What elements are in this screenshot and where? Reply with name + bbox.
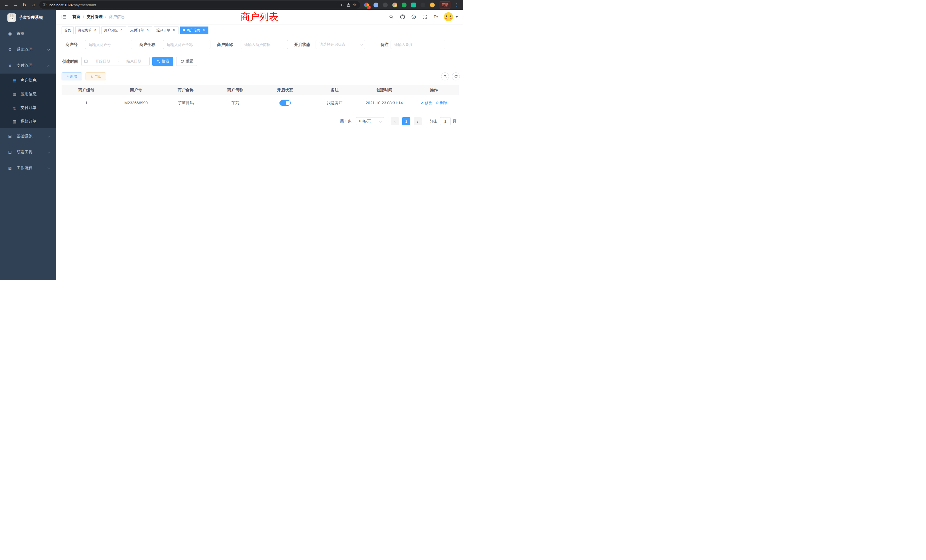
extension-icon[interactable] xyxy=(374,3,378,8)
browser-reload-icon[interactable]: ↻ xyxy=(21,2,28,8)
sidebar-item-payment[interactable]: ¥ 支付管理 xyxy=(0,58,56,74)
date-end-placeholder: 结束日期 xyxy=(121,59,147,64)
pager-page-1[interactable]: 1 xyxy=(402,117,410,125)
extension-icon[interactable] xyxy=(421,3,425,8)
sidebar-item-infrastructure[interactable]: ⊞ 基础设施 xyxy=(0,128,56,144)
table-row: 1 M233666999 芋道源码 芋艿 我是备注 2021-10-23 08:… xyxy=(62,95,459,111)
avatar-cheek xyxy=(450,18,452,19)
breadcrumb: 首页 / 支付管理 / 商户信息 xyxy=(73,14,125,20)
help-icon[interactable]: ? xyxy=(410,14,417,20)
tab-merchant-info[interactable]: 商户信息× xyxy=(180,27,209,34)
toggle-search-button[interactable] xyxy=(441,73,449,80)
avatar-eye xyxy=(446,15,447,17)
sidebar-item-merchant-info[interactable]: ▤ 商户信息 xyxy=(0,74,56,87)
sidebar-item-home[interactable]: ◉ 首页 xyxy=(0,26,56,42)
refresh-icon xyxy=(180,60,184,63)
merchant-no-input[interactable] xyxy=(85,40,132,49)
browser-chrome: ← → ↻ ⌂ ⓘ localhost:1024/pay/merchant ☆ … xyxy=(0,0,463,10)
font-size-icon[interactable]: TT xyxy=(433,14,439,20)
close-icon[interactable]: × xyxy=(120,28,123,32)
devtools-icon: ⊡ xyxy=(7,150,13,155)
sidebar-item-refund-order[interactable]: ▥ 退款订单 xyxy=(0,115,56,128)
browser-update-button[interactable]: 更新 xyxy=(439,2,451,9)
browser-menu-icon[interactable]: ⋮ xyxy=(454,2,460,8)
close-icon[interactable]: × xyxy=(172,28,176,32)
url-text: localhost:1024/pay/merchant xyxy=(49,3,337,7)
remark-label: 备注 xyxy=(378,40,389,49)
refresh-table-button[interactable] xyxy=(452,73,460,80)
chevron-down-icon xyxy=(47,135,50,138)
create-time-range-picker[interactable]: 开始日期 - 结束日期 xyxy=(81,57,150,66)
close-icon[interactable]: × xyxy=(146,28,150,32)
url-host: localhost:1024 xyxy=(49,3,73,7)
pagination-total: 共 1 条 xyxy=(340,117,351,125)
tags-view: 首页 流程表单× 用户分组× 支付订单× 退款订单× 商户信息× xyxy=(56,24,463,35)
hamburger-icon[interactable] xyxy=(61,14,67,20)
sidebar-item-workflow[interactable]: ⊠ 工作流程 xyxy=(0,160,56,176)
sidebar-item-pay-order[interactable]: ◎ 支付订单 xyxy=(0,101,56,115)
fullscreen-icon[interactable] xyxy=(422,14,428,20)
sidebar-item-app-info[interactable]: ▦ 应用信息 xyxy=(0,87,56,101)
pager-prev-button[interactable]: ‹ xyxy=(391,117,399,125)
extension-icon[interactable] xyxy=(430,3,435,8)
close-icon[interactable]: × xyxy=(93,28,97,32)
browser-back-icon[interactable]: ← xyxy=(3,2,10,8)
tab-refund-order[interactable]: 退款订单× xyxy=(154,27,179,34)
table-header: 操作 xyxy=(409,85,459,95)
extension-icon[interactable] xyxy=(411,3,416,8)
sidebar-item-devtools[interactable]: ⊡ 研发工具 xyxy=(0,144,56,160)
sidebar-item-label: 商户信息 xyxy=(21,78,36,83)
download-icon xyxy=(90,75,94,78)
sidebar: 芋道管理系统 ◉ 首页 ⚙ 系统管理 ¥ 支付管理 ▤ 商户信息 ▦ 应用信息 xyxy=(0,10,56,280)
github-icon[interactable] xyxy=(399,14,406,20)
table-header: 商户全称 xyxy=(161,85,210,95)
pager-next-button[interactable]: › xyxy=(414,117,422,125)
extension-icon[interactable] xyxy=(392,3,397,8)
tab-home[interactable]: 首页 xyxy=(62,27,74,34)
browser-forward-icon[interactable]: → xyxy=(12,2,19,8)
status-select[interactable]: 请选择开启状态 xyxy=(316,40,365,49)
add-button[interactable]: + 新增 xyxy=(62,73,82,80)
bookmark-star-icon[interactable]: ☆ xyxy=(353,2,357,8)
password-key-icon[interactable] xyxy=(340,3,344,7)
page-size-select[interactable]: 10条/页 xyxy=(356,117,384,125)
extension-icon[interactable] xyxy=(402,3,407,8)
extension-icon[interactable]: 10 xyxy=(364,3,369,8)
order-icon: ◎ xyxy=(11,106,18,110)
tab-user-group[interactable]: 用户分组× xyxy=(101,27,126,34)
merchant-short-label: 商户简称 xyxy=(215,40,233,49)
svg-text:T: T xyxy=(434,15,436,19)
sidebar-item-label: 应用信息 xyxy=(21,92,36,97)
remark-input[interactable] xyxy=(390,40,445,49)
browser-home-icon[interactable]: ⌂ xyxy=(30,2,37,8)
dashboard-icon: ◉ xyxy=(7,31,13,36)
close-icon[interactable]: × xyxy=(202,28,206,32)
search-button[interactable]: 搜索 xyxy=(152,57,173,66)
reset-button[interactable]: 重置 xyxy=(176,57,197,66)
share-icon[interactable] xyxy=(346,3,351,7)
sidebar-item-system[interactable]: ⚙ 系统管理 xyxy=(0,42,56,58)
merchant-short-input[interactable] xyxy=(241,40,288,49)
breadcrumb-home[interactable]: 首页 xyxy=(73,14,80,20)
pager-goto-input[interactable] xyxy=(440,117,451,125)
status-toggle[interactable] xyxy=(279,100,291,106)
toggle-knob xyxy=(286,101,290,105)
info-icon[interactable]: ⓘ xyxy=(43,2,47,8)
delete-link[interactable]: 删除 xyxy=(436,100,447,106)
avatar-caret-icon[interactable] xyxy=(455,16,458,18)
main-content: 商户号 商户全称 商户简称 开启状态 请选择开启状态 备注 创建时间 开始日期 … xyxy=(56,35,463,280)
breadcrumb-section[interactable]: 支付管理 xyxy=(87,14,103,20)
tab-flow-form[interactable]: 流程表单× xyxy=(75,27,100,34)
app-logo[interactable]: 芋道管理系统 xyxy=(0,10,56,26)
search-icon[interactable] xyxy=(388,14,395,20)
tab-pay-order[interactable]: 支付订单× xyxy=(128,27,152,34)
extension-icon[interactable] xyxy=(383,3,388,8)
app-logo-icon xyxy=(8,14,16,22)
export-button[interactable]: 导出 xyxy=(86,73,106,80)
merchant-table: 商户编号 商户号 商户全称 商户简称 开启状态 备注 创建时间 操作 1 M23… xyxy=(62,85,459,111)
edit-link[interactable]: 修改 xyxy=(421,100,432,106)
address-bar[interactable]: ⓘ localhost:1024/pay/merchant ☆ xyxy=(39,1,360,9)
avatar[interactable] xyxy=(444,12,453,21)
merchant-name-input[interactable] xyxy=(163,40,210,49)
chevron-down-icon xyxy=(360,43,363,45)
